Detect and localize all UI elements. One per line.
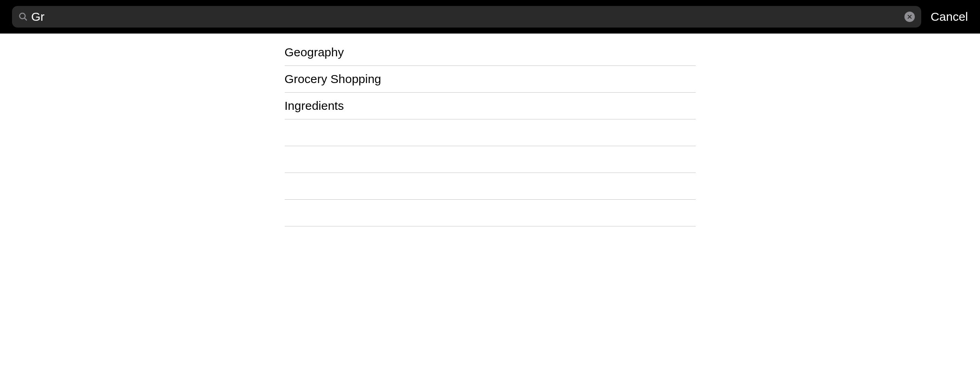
search-icon [18, 12, 28, 22]
search-input[interactable] [31, 10, 901, 24]
result-label: Geography [285, 46, 344, 59]
svg-line-1 [24, 18, 27, 20]
result-label: Grocery Shopping [285, 72, 381, 86]
search-bar: Cancel [0, 0, 980, 34]
empty-row [285, 200, 696, 226]
empty-row [285, 119, 696, 146]
close-icon [907, 14, 912, 19]
search-field[interactable] [12, 6, 921, 28]
svg-point-0 [20, 13, 25, 19]
result-row[interactable]: Grocery Shopping [285, 66, 696, 93]
result-row[interactable]: Ingredients [285, 93, 696, 119]
clear-search-button[interactable] [904, 12, 915, 22]
result-label: Ingredients [285, 99, 344, 113]
empty-row [285, 173, 696, 200]
results-list: GeographyGrocery ShoppingIngredients [285, 39, 696, 226]
search-results: GeographyGrocery ShoppingIngredients [0, 34, 980, 226]
empty-row [285, 146, 696, 173]
result-row[interactable]: Geography [285, 39, 696, 66]
cancel-button[interactable]: Cancel [931, 10, 968, 24]
